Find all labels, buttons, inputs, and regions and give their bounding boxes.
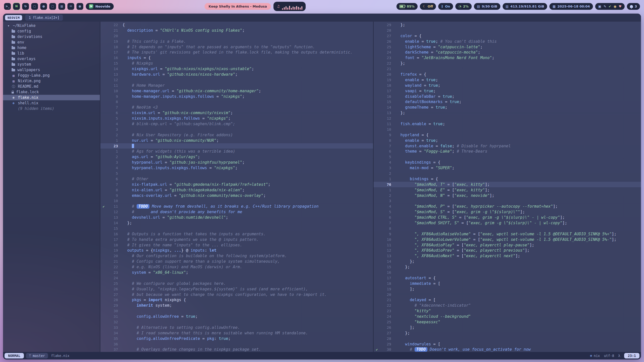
- code-line[interactable]: 5: [100, 171, 373, 176]
- workspace-refresh[interactable]: ↻: [22, 3, 29, 10]
- code-line[interactable]: 3 main-mod = "SUPER";: [374, 165, 641, 171]
- tree-item-overlays[interactable]: overlays: [3, 56, 100, 62]
- code-line[interactable]: 25 lightScheme = "catppuccin-latte";: [374, 44, 641, 50]
- code-line[interactable]: 9 emacs-overlay.url = "github:nix-commun…: [100, 193, 373, 198]
- code-line[interactable]: 23: [100, 143, 373, 149]
- code-line[interactable]: 9 home-manager.inputs.nixpkgs.follows = …: [100, 94, 373, 99]
- code-line[interactable]: 37 # Overlays define changes in the nixp…: [100, 347, 373, 352]
- code-line[interactable]: 13 ", XF86AudioNext" = ["exec, playerctl…: [374, 253, 641, 259]
- code-line[interactable]: 9 ", XF86AudioRaiseVolume" = ["exec, wpc…: [374, 231, 641, 237]
- code-line[interactable]: 23 "kitty": [374, 308, 641, 314]
- tree-item-shell-nix[interactable]: ❄shell.nix: [3, 100, 100, 106]
- code-line[interactable]: 20 firefox = {: [374, 72, 641, 77]
- code-line[interactable]: 21 # Configs can support more than a sin…: [100, 259, 373, 264]
- code-line[interactable]: 19 # This config is a Flake.: [100, 39, 373, 44]
- code-line[interactable]: 28: [374, 28, 641, 33]
- code-line[interactable]: 22 # e.g. NixOS (linux) and MacOS (darwi…: [100, 264, 373, 270]
- cpu-pill[interactable]: ◔2%: [455, 3, 471, 10]
- code-line[interactable]: 14 };: [100, 220, 373, 226]
- code-line[interactable]: 9 hyprland = {: [374, 132, 641, 138]
- code-line[interactable]: ✔30 # TODO Doesn't work, use focus_on_ac…: [374, 347, 641, 352]
- tree-item-wallpapers[interactable]: wallpapers: [3, 67, 100, 73]
- code-line[interactable]: 29 windowrules = [: [374, 341, 641, 347]
- tree-item-foggy-lake-png[interactable]: ▨Foggy-Lake.png: [3, 73, 100, 78]
- tree-item-env[interactable]: env: [3, 39, 100, 45]
- code-line[interactable]: 1 nur.url = "github:nix-community/NUR";: [100, 138, 373, 143]
- code-line[interactable]: 5: [374, 154, 641, 160]
- audio-visualizer-pill[interactable]: ♫: [273, 2, 306, 11]
- tree-item-nixvim-png[interactable]: ▨NixVim.png: [3, 78, 100, 84]
- code-line[interactable]: 15: [100, 226, 373, 231]
- code-line[interactable]: 12: [100, 77, 373, 83]
- code-line[interactable]: 7 nix-flatpak.url = "github:gmodena/nix-…: [100, 182, 373, 187]
- code-line[interactable]: 12: [374, 116, 641, 121]
- tree-item-lib[interactable]: lib: [3, 51, 100, 56]
- code-line[interactable]: 8: [374, 226, 641, 231]
- code-line[interactable]: 1 # Ags for widgets (this was a terrible…: [100, 149, 373, 154]
- code-line[interactable]: 22 };: [374, 61, 641, 66]
- workspace-square-1[interactable]: ▢: [31, 3, 38, 10]
- code-line[interactable]: 25 "keepassxc": [374, 319, 641, 325]
- tree-item-flake-lock[interactable]: flake.lock: [3, 89, 100, 95]
- code-line[interactable]: 11 # Home Manager: [100, 83, 373, 88]
- heart-icon[interactable]: ♥: [619, 5, 622, 8]
- code-line[interactable]: 14 nixpkgs.url = "github:nixos/nixpkgs/n…: [100, 66, 373, 72]
- code-line[interactable]: 8: [100, 99, 373, 105]
- code-line[interactable]: 3: [100, 127, 373, 132]
- tree-item-flake-nix[interactable]: ❄flake.nix: [3, 95, 100, 100]
- workspace-dot-2[interactable]: ●: [76, 3, 83, 10]
- code-line[interactable]: 27 color = {: [374, 33, 641, 39]
- buffer-tab[interactable]: 1 flake.nix[2+]: [25, 15, 63, 21]
- code-line[interactable]: 17 autostart = {: [374, 275, 641, 281]
- file-tree[interactable]: ▾~/NixFlakeconfigderivationsenvhomelibov…: [3, 22, 100, 352]
- code-line[interactable]: 7 "$mainMod SHIFT, S" = ["exec, grim -g …: [374, 220, 641, 226]
- code-line[interactable]: 22 # "kdeconnect-indicator": [374, 303, 641, 308]
- code-line[interactable]: 10 home-manager.url = "github:nix-commun…: [100, 88, 373, 94]
- code-line[interactable]: 6 theme = "Foggy-Lake"; # Three-Bears: [374, 149, 641, 154]
- code-line[interactable]: 26 # Usually, "nixpkgs.legacyPackages.${…: [100, 286, 373, 292]
- code-line[interactable]: 11 fish.enable = true;: [374, 121, 641, 127]
- code-line[interactable]: 2 ags.url = "github:Aylur/ags";: [100, 154, 373, 160]
- code-line[interactable]: 14 gnomeTheme = true;: [374, 105, 641, 110]
- code-line[interactable]: 30: [100, 308, 373, 314]
- workspace-terminal[interactable]: >_: [4, 3, 11, 10]
- notification-pill[interactable]: 3: [627, 3, 640, 10]
- code-line[interactable]: 24 "nextcloud --background": [374, 314, 641, 319]
- code-line[interactable]: 18 # It depends on "inputs" that are pas…: [100, 44, 373, 50]
- code-line[interactable]: 32: [100, 319, 373, 325]
- code-line[interactable]: 18 immediate = [: [374, 281, 641, 286]
- code-line[interactable]: 3 hyprpanel.url = "github:jas-singhfsu/h…: [100, 160, 373, 165]
- code-line[interactable]: 25 # We configure our global packages he…: [100, 281, 373, 286]
- code-line[interactable]: 76 "$mainMod, T" = ["exec, kitty"];: [374, 182, 641, 187]
- workspace-square-2[interactable]: ▢: [49, 3, 56, 10]
- code-line[interactable]: 15 defaultBookmarks = true;: [374, 99, 641, 105]
- edit-icon[interactable]: ✎: [603, 5, 606, 8]
- code-line[interactable]: 6 nixvim.url = "github:nix-community/nix…: [100, 110, 373, 116]
- code-line[interactable]: ✔11 # TODO Move away from devshell, as i…: [100, 204, 373, 209]
- check-icon[interactable]: ✔: [609, 5, 611, 8]
- code-line[interactable]: 26 ];: [374, 325, 641, 330]
- memory-pill[interactable]: ▤9/30 GiB: [474, 3, 500, 10]
- code-line[interactable]: 7 # NeoVim <3: [100, 105, 373, 110]
- tree-item-system[interactable]: system: [3, 62, 100, 67]
- code-line[interactable]: 23 system = "x86_64-linux";: [100, 270, 373, 275]
- night-light-pill[interactable]: ☾Off: [420, 3, 436, 10]
- code-line[interactable]: 21 delayed = [: [374, 297, 641, 303]
- code-line[interactable]: 29 inherit system;: [100, 303, 373, 308]
- workspace-monitor[interactable]: ▦: [58, 3, 65, 10]
- tree-item-nixflake[interactable]: ▾~/NixFlake: [3, 23, 100, 28]
- code-line[interactable]: 2 # Nix User Repository (e.g. Firefox ad…: [100, 132, 373, 138]
- code-line[interactable]: 8 enable = true;: [374, 138, 641, 143]
- workspace-neovide[interactable]: N: [13, 3, 20, 10]
- clock-pill[interactable]: ▦2025-06-18 00:04: [549, 3, 593, 10]
- code-line[interactable]: 14 };: [374, 259, 641, 264]
- code-line[interactable]: 19 ];: [374, 286, 641, 292]
- code-line[interactable]: 29 };: [374, 22, 641, 28]
- workspace-dot-1[interactable]: ●: [40, 3, 47, 10]
- editor-pane-left[interactable]: 22{21 description = "ChUrl's NixOS confi…: [100, 22, 373, 352]
- code-line[interactable]: 8 nix-alien.url = "github:thiagokokada/n…: [100, 187, 373, 193]
- code-line[interactable]: 4 keybindings = {: [374, 160, 641, 165]
- code-line[interactable]: 20: [374, 292, 641, 297]
- code-line[interactable]: 5 nixvim.inputs.nixpkgs.follows = "nixpk…: [100, 116, 373, 121]
- code-line[interactable]: 31 config.allowUnfree = true;: [100, 314, 373, 319]
